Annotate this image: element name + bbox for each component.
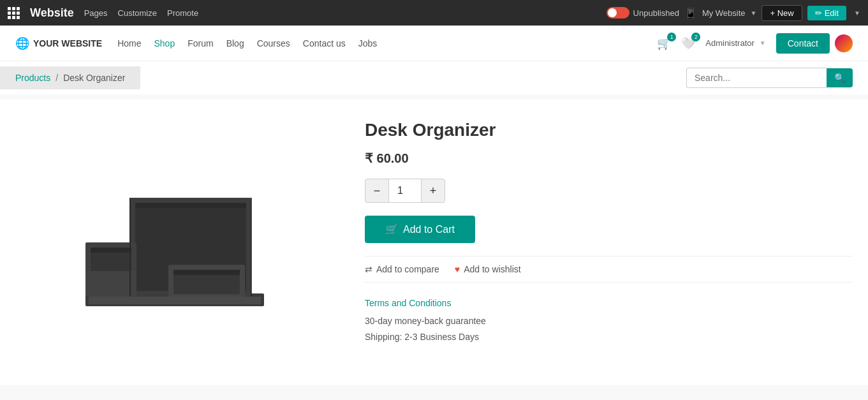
nav-jobs[interactable]: Jobs bbox=[358, 38, 378, 48]
edit-button[interactable]: ✏ Edit bbox=[807, 6, 846, 20]
terms-section: Terms and Conditions 30-day money-back g… bbox=[365, 298, 853, 345]
customize-nav-link[interactable]: Customize bbox=[118, 8, 157, 18]
breadcrumb-current: Desk Organizer bbox=[63, 73, 125, 83]
product-details: Desk Organizer ₹ 60.00 − + 🛒 Add to Cart… bbox=[365, 115, 853, 370]
terms-detail-1: 30-day money-back guarantee bbox=[365, 313, 853, 329]
site-logo[interactable]: 🌐 YOUR WEBSITE bbox=[15, 36, 102, 50]
mobile-device-icon[interactable]: 📱 bbox=[684, 7, 697, 19]
cart-button-icon: 🛒 bbox=[385, 223, 398, 235]
unpublished-label: Unpublished bbox=[633, 8, 679, 18]
svg-rect-10 bbox=[173, 275, 240, 294]
search-button[interactable]: 🔍 bbox=[827, 68, 853, 87]
breadcrumb: Products / Desk Organizer bbox=[0, 66, 140, 89]
pages-nav-link[interactable]: Pages bbox=[84, 8, 108, 18]
add-to-wishlist-link[interactable]: ♥ Add to wishlist bbox=[455, 264, 521, 274]
wishlist-icon[interactable]: 🤍 2 bbox=[681, 36, 695, 50]
quantity-input[interactable] bbox=[389, 179, 421, 203]
svg-rect-1 bbox=[89, 297, 261, 304]
add-to-wishlist-label: Add to wishlist bbox=[464, 264, 520, 274]
product-title: Desk Organizer bbox=[365, 120, 853, 140]
add-to-compare-label: Add to compare bbox=[376, 264, 439, 274]
product-price: ₹ 60.00 bbox=[365, 151, 853, 166]
promote-nav-link[interactable]: Promote bbox=[167, 8, 198, 18]
quantity-control: − + bbox=[365, 179, 853, 203]
cart-badge: 1 bbox=[667, 33, 676, 41]
search-form: 🔍 bbox=[686, 68, 853, 88]
nav-shop[interactable]: Shop bbox=[154, 38, 175, 48]
toggle-pill[interactable] bbox=[607, 7, 629, 19]
nav-courses[interactable]: Courses bbox=[257, 38, 290, 48]
edit-dropdown-arrow[interactable]: ▼ bbox=[854, 10, 860, 17]
nav-contact[interactable]: Contact us bbox=[303, 38, 346, 48]
nav-blog[interactable]: Blog bbox=[226, 38, 244, 48]
product-image-area bbox=[15, 115, 334, 370]
nav-home[interactable]: Home bbox=[117, 38, 141, 48]
site-nav: 🌐 YOUR WEBSITE Home Shop Forum Blog Cour… bbox=[0, 26, 868, 61]
wishlist-badge: 2 bbox=[691, 33, 700, 41]
edit-pencil-icon: ✏ bbox=[815, 8, 822, 18]
svg-rect-3 bbox=[135, 203, 246, 208]
svg-rect-6 bbox=[91, 248, 131, 253]
breadcrumb-separator: / bbox=[55, 73, 58, 83]
quantity-increase-button[interactable]: + bbox=[421, 179, 445, 203]
search-input[interactable] bbox=[686, 68, 827, 88]
action-links: ⇄ Add to compare ♥ Add to wishlist bbox=[365, 256, 853, 283]
globe-icon: 🌐 bbox=[15, 36, 29, 50]
breadcrumb-products[interactable]: Products bbox=[15, 73, 50, 83]
main-content: Desk Organizer ₹ 60.00 − + 🛒 Add to Cart… bbox=[0, 100, 868, 385]
compare-icon: ⇄ bbox=[365, 264, 372, 274]
admin-bar: Website Pages Customize Promote Unpublis… bbox=[0, 0, 868, 26]
contact-button[interactable]: Contact bbox=[776, 33, 830, 54]
add-to-cart-label: Add to Cart bbox=[403, 224, 455, 235]
breadcrumb-search-row: Products / Desk Organizer 🔍 bbox=[0, 61, 868, 94]
add-to-cart-button[interactable]: 🛒 Add to Cart bbox=[365, 216, 475, 243]
wishlist-heart-icon: ♥ bbox=[455, 264, 460, 274]
unpublished-toggle[interactable]: Unpublished bbox=[607, 7, 679, 19]
terms-detail-2: Shipping: 2-3 Business Days bbox=[365, 329, 853, 345]
search-icon: 🔍 bbox=[834, 73, 845, 83]
app-title: Website bbox=[30, 6, 74, 20]
my-website-dropdown-arrow[interactable]: ▼ bbox=[751, 10, 757, 17]
nav-forum[interactable]: Forum bbox=[188, 38, 213, 48]
svg-rect-9 bbox=[173, 270, 240, 275]
admin-user-button[interactable]: Administrator ▼ bbox=[705, 38, 765, 48]
product-image bbox=[66, 147, 283, 338]
new-button[interactable]: + New bbox=[761, 5, 802, 21]
grid-menu-icon[interactable] bbox=[8, 7, 20, 19]
my-website-button[interactable]: My Website ▼ bbox=[702, 8, 757, 18]
terms-link[interactable]: Terms and Conditions bbox=[365, 298, 853, 308]
quantity-decrease-button[interactable]: − bbox=[365, 179, 389, 203]
avatar bbox=[835, 34, 853, 52]
add-to-compare-link[interactable]: ⇄ Add to compare bbox=[365, 264, 439, 274]
cart-icon[interactable]: 🛒 1 bbox=[657, 36, 671, 50]
admin-user-dropdown-arrow[interactable]: ▼ bbox=[760, 40, 766, 47]
admin-user-label: Administrator bbox=[705, 38, 754, 48]
site-logo-text: YOUR WEBSITE bbox=[33, 38, 102, 48]
svg-rect-11 bbox=[85, 271, 136, 297]
